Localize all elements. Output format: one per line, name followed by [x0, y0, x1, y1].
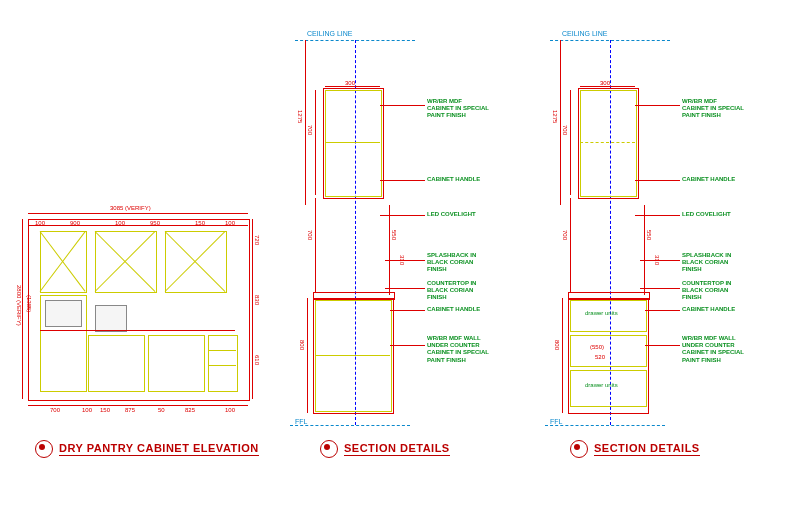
elevation-title-row: DRY PANTRY CABINET ELEVATION: [35, 440, 259, 458]
section1-view: CEILING LINE 300 700 1275 WR/BR MDF CABI…: [285, 30, 515, 430]
s1-upper-total: 1275: [297, 110, 303, 123]
lower-cab-2: [148, 335, 205, 392]
dim-t3: 950: [150, 220, 160, 226]
ceiling-label-1: CEILING LINE: [307, 30, 353, 37]
lbl-upper-cab-1: WR/BR MDF CABINET IN SPECIAL PAINT FINIS…: [427, 98, 489, 120]
dim-t4: 150: [195, 220, 205, 226]
dim-b3: 875: [125, 407, 135, 413]
section-marker-icon: [570, 440, 588, 458]
dim-b1: 100: [82, 407, 92, 413]
lower-cab-1: [88, 335, 145, 392]
dim-b5: 825: [185, 407, 195, 413]
dim-t1: 900: [70, 220, 80, 226]
s2-drawer-2: [570, 335, 647, 367]
s2-gap: 700: [562, 230, 568, 240]
dim-t5: 100: [225, 220, 235, 226]
s2-drawer-1: [570, 300, 647, 332]
lbl-led-1: LED COVELIGHT: [427, 211, 476, 218]
lbl-counter-1: COUNTERTOP IN BLACK CORIAN FINISH: [427, 280, 476, 302]
section-marker-icon: [320, 440, 338, 458]
dim-t0: 100: [35, 220, 45, 226]
section2-view: CEILING LINE 300 700 1275 WR/BR MDF CABI…: [540, 30, 780, 430]
lbl-splash-1: SPLASHBACK IN BLACK CORIAN FINISH: [427, 252, 476, 274]
lower-cab-3: [208, 335, 238, 392]
lbl-splash-2: SPLASHBACK IN BLACK CORIAN FINISH: [682, 252, 731, 274]
section2-title-row: SECTION DETAILS: [570, 440, 700, 458]
dim-width: 3085 (VERIFY): [110, 205, 151, 211]
elevation-view: 3085 (VERIFY) 100 900 100 950 150 100 28…: [20, 195, 260, 430]
appliance-small: [95, 305, 127, 332]
s2-lower-h: 800: [554, 340, 560, 350]
s2-splash-h: 550: [646, 230, 652, 240]
dim-b0: 700: [50, 407, 60, 413]
dim-h-inner: (1385): [26, 295, 32, 312]
appliance-microwave: [45, 300, 82, 327]
s1-gap: 700: [307, 230, 313, 240]
dim-side-bot: 610: [254, 355, 260, 365]
s2-upper-h: 700: [562, 125, 568, 135]
s2-drawer-3: [570, 370, 647, 407]
s2-drawer1-txt: drawer units: [585, 310, 618, 316]
dim-b2: 150: [100, 407, 110, 413]
section1-title: SECTION DETAILS: [344, 442, 450, 456]
section-marker-icon: [35, 440, 53, 458]
lbl-handle-1: CABINET HANDLE: [427, 176, 480, 183]
lbl-handle2-1: CABINET HANDLE: [427, 306, 480, 313]
dim-side-top: 720: [254, 235, 260, 245]
ceiling-label-2: CEILING LINE: [562, 30, 608, 37]
lbl-lower-cab-1: WR/BR MDF WALL UNDER COUNTER CABINET IN …: [427, 335, 489, 364]
lbl-lower-cab-2: WR/BR MDF WALL UNDER COUNTER CABINET IN …: [682, 335, 744, 364]
dim-b6: 100: [225, 407, 235, 413]
lbl-led-2: LED COVELIGHT: [682, 211, 731, 218]
ffl-1: FFL: [295, 418, 307, 425]
dim-t2: 100: [115, 220, 125, 226]
lbl-upper-cab-2: WR/BR MDF CABINET IN SPECIAL PAINT FINIS…: [682, 98, 744, 120]
dim-side-mid: 830: [254, 295, 260, 305]
section1-title-row: SECTION DETAILS: [320, 440, 450, 458]
lbl-handle-2: CABINET HANDLE: [682, 176, 735, 183]
s1-lower-h: 800: [299, 340, 305, 350]
s2-drawer-depth: (550): [590, 344, 604, 350]
lbl-handle2-2: CABINET HANDLE: [682, 306, 735, 313]
dim-h-overall: 2800 (VERIFY): [16, 285, 22, 326]
s2-drawer3-txt: drawer units: [585, 382, 618, 388]
dim-b4: 50: [158, 407, 165, 413]
ffl-2: FFL: [550, 418, 562, 425]
s2-drawer-front: 520: [595, 354, 605, 360]
s2-upper-total: 1275: [552, 110, 558, 123]
section2-title: SECTION DETAILS: [594, 442, 700, 456]
s1-upper-h: 700: [307, 125, 313, 135]
elevation-title: DRY PANTRY CABINET ELEVATION: [59, 442, 259, 456]
s1-splash-h: 550: [391, 230, 397, 240]
lbl-counter-2: COUNTERTOP IN BLACK CORIAN FINISH: [682, 280, 731, 302]
